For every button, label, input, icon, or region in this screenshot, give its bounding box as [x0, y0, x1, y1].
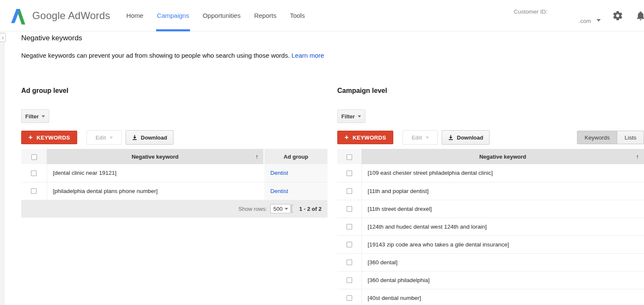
nav-tools[interactable]: Tools [290, 0, 305, 31]
chevron-down-icon [426, 137, 429, 139]
download-icon [132, 134, 137, 140]
chevron-down-icon [285, 208, 288, 210]
customer-id-label: Customer ID: [514, 8, 548, 15]
edit-label: Edit [95, 134, 106, 141]
negative-keyword-cell: [11th and poplar dentist] [361, 182, 644, 200]
main-content: Negative keywords Negative keywords can … [5, 31, 644, 305]
ad-group-toolbar: + KEYWORDS Edit Download [21, 130, 328, 145]
keyword-sections: Ad group level Filter + KEYWORDS Edit [21, 87, 644, 305]
row-checkbox[interactable] [347, 242, 352, 247]
ad-group-link[interactable]: Dentist [270, 188, 288, 194]
row-checkbox[interactable] [347, 171, 352, 176]
plus-icon: + [344, 134, 349, 141]
main-nav: Home Campaigns Opportunities Reports Too… [120, 0, 312, 31]
notifications-button[interactable] [635, 10, 644, 23]
download-button[interactable]: Download [126, 130, 174, 145]
download-icon [448, 134, 454, 140]
sort-ascending-icon[interactable]: ↑ [255, 153, 258, 160]
nav-campaigns[interactable]: Campaigns [157, 0, 189, 31]
ad-group-link[interactable]: Dentist [270, 170, 288, 176]
select-all-checkbox[interactable] [31, 154, 37, 160]
plus-icon: + [28, 134, 33, 141]
table-row: [dental clinic near 19121] Dentist [21, 164, 328, 182]
select-all-header-cell [21, 149, 47, 164]
download-button[interactable]: Download [442, 130, 490, 145]
sort-ascending-icon[interactable]: ↑ [636, 153, 639, 160]
table-header-row: Negative keyword ↑ Ad group [21, 149, 328, 164]
chevron-right-icon: › [2, 35, 4, 41]
toggle-keywords[interactable]: Keywords [577, 131, 617, 144]
column-header-label: Negative keyword [132, 154, 179, 160]
chevron-down-icon [596, 19, 601, 22]
ad-group-keywords-table: Negative keyword ↑ Ad group [dental clin… [21, 149, 328, 218]
nav-opportunities[interactable]: Opportunities [203, 0, 241, 31]
ad-group-level-section: Ad group level Filter + KEYWORDS Edit [21, 87, 328, 305]
ad-group-column-header[interactable]: Ad group [264, 149, 328, 164]
column-header-label: Negative keyword [479, 154, 526, 160]
chevron-down-icon [109, 137, 113, 139]
description-text: Negative keywords can prevent your ad fr… [21, 52, 290, 59]
negative-keyword-cell: [40st dential number] [361, 289, 644, 305]
keywords-button-label: KEYWORDS [353, 134, 386, 141]
table-row: [360 dental] [337, 253, 644, 271]
select-all-checkbox[interactable] [347, 154, 352, 160]
negative-keyword-cell: [360 dental] [361, 253, 644, 271]
table-row: [40st dential number] [337, 289, 644, 305]
negative-keyword-cell: [11th street dental drexel] [361, 200, 644, 218]
table-row: [11th street dental drexel] [337, 200, 644, 218]
negative-keyword-column-header[interactable]: Negative keyword ↑ [47, 149, 264, 164]
toggle-lists[interactable]: Lists [617, 131, 644, 144]
row-checkbox[interactable] [31, 171, 36, 176]
row-checkbox[interactable] [347, 224, 352, 229]
table-row: [360 dental philadelphia] [337, 271, 644, 289]
add-keywords-button[interactable]: + KEYWORDS [337, 131, 393, 144]
campaign-toolbar: + KEYWORDS Edit Download [337, 130, 644, 145]
negative-keyword-cell: [philadelphia dental plans phone number] [47, 182, 264, 200]
table-row: [124th and hudec dental west 124th and l… [337, 218, 644, 235]
ad-group-filter-button[interactable]: Filter [21, 109, 49, 123]
pagination-range: 1 - 2 of 2 [299, 206, 322, 212]
nav-home[interactable]: Home [126, 0, 143, 31]
column-header-label: Ad group [284, 154, 308, 160]
negative-keyword-cell: [109 east chester street philadelphia de… [361, 164, 644, 182]
learn-more-link[interactable]: Learn more [291, 52, 324, 59]
edit-label: Edit [412, 134, 422, 141]
brand[interactable]: Google AdWords [0, 6, 110, 26]
row-checkbox[interactable] [347, 260, 352, 265]
table-row: [109 east chester street philadelphia de… [337, 164, 644, 182]
row-checkbox[interactable] [31, 188, 36, 194]
table-footer-row: Show rows: 500 1 - 2 of 2 [21, 200, 328, 218]
keywords-lists-toggle: Keywords Lists [577, 131, 644, 144]
top-navigation-bar: Google AdWords Home Campaigns Opportunit… [0, 0, 644, 31]
row-checkbox[interactable] [347, 295, 352, 301]
collapsed-sidebar: › [0, 32, 4, 305]
account-menu-button[interactable] [596, 16, 601, 23]
table-row: [11th and poplar dentist] [337, 182, 644, 200]
row-checkbox[interactable] [347, 277, 352, 283]
negative-keyword-cell: [124th and hudec dental west 124th and l… [361, 218, 644, 235]
negative-keyword-column-header[interactable]: Negative keyword ↑ [361, 149, 644, 164]
chevron-down-icon [358, 115, 361, 118]
row-checkbox[interactable] [347, 206, 352, 212]
adwords-app: Google AdWords Home Campaigns Opportunit… [0, 0, 644, 305]
nav-reports[interactable]: Reports [254, 0, 277, 31]
negative-keyword-cell: [19143 zip code area who takes a gile de… [361, 235, 644, 253]
edit-button[interactable]: Edit [403, 130, 438, 145]
ad-group-level-heading: Ad group level [21, 87, 328, 95]
edit-button[interactable]: Edit [87, 130, 122, 145]
filter-label: Filter [25, 113, 39, 120]
gear-icon [612, 10, 623, 21]
page-description: Negative keywords can prevent your ad fr… [21, 51, 644, 59]
adwords-logo-icon [9, 6, 26, 26]
chevron-down-icon [42, 115, 45, 118]
keywords-button-label: KEYWORDS [36, 134, 70, 141]
show-rows-select[interactable]: 500 [270, 204, 291, 213]
filter-label: Filter [342, 113, 355, 120]
add-keywords-button[interactable]: + KEYWORDS [21, 131, 77, 144]
settings-button[interactable] [612, 10, 623, 23]
negative-keyword-cell: [360 dental philadelphia] [361, 271, 644, 289]
row-checkbox[interactable] [347, 188, 352, 194]
campaign-filter-button[interactable]: Filter [337, 109, 365, 123]
expand-sidebar-button[interactable]: › [0, 33, 6, 42]
download-label: Download [141, 134, 167, 141]
